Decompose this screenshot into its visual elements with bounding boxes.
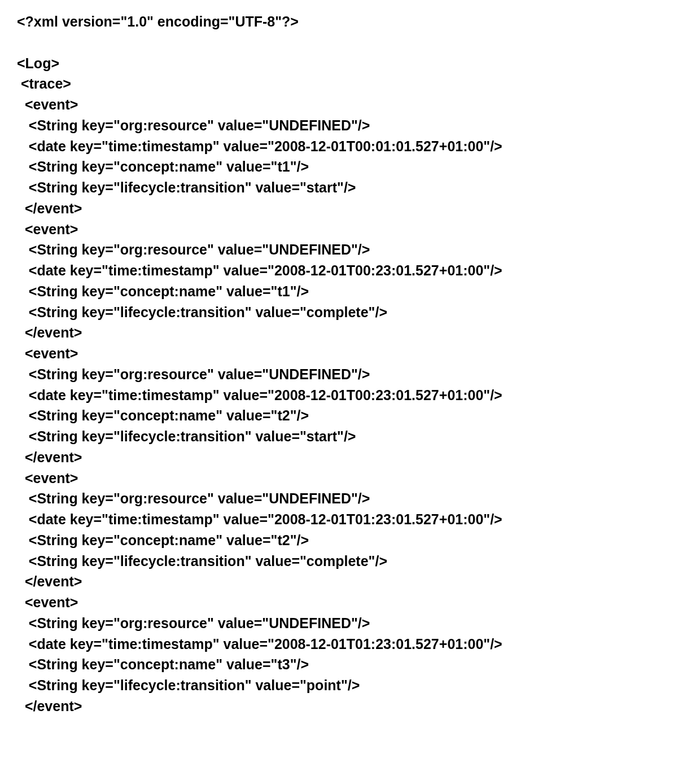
xml-code-block: <?xml version="1.0" encoding="UTF-8"?> <…: [17, 11, 700, 717]
